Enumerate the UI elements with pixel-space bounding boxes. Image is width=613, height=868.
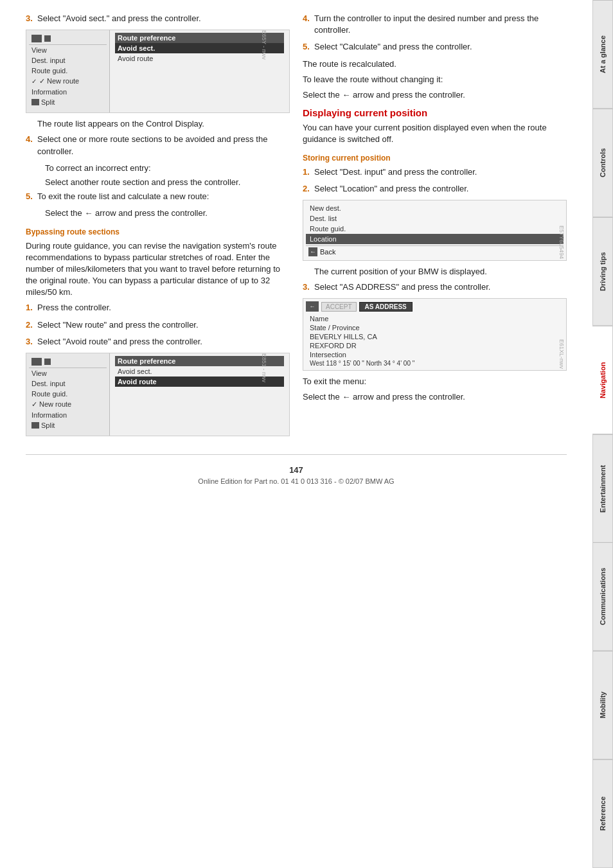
nav-menu-info: Information: [29, 87, 107, 97]
exit-note: To exit the menu:: [303, 376, 567, 387]
bypass-step-1-text: Press the controller.: [37, 302, 290, 314]
addr-coords-field: West 118 ° 15' 00 " North 34 ° 4' 00 ": [306, 359, 564, 368]
bypass-step-2-text: Select "New route" and press the control…: [37, 319, 290, 331]
step-5-number: 5.: [26, 191, 37, 202]
sidebar-tabs: At a glance Controls Driving tips Naviga…: [592, 0, 613, 868]
nav-right-avoidroute: Avoid route: [115, 53, 284, 64]
right-column: 4. Turn the controller to input the desi…: [303, 13, 567, 441]
watermark-1: E65Y - nwv: [261, 30, 267, 60]
nav-small-icon-2: [44, 359, 51, 365]
right-step-5-text: Select "Calculate" and press the control…: [314, 41, 567, 53]
caption-2: The current position of your BMW is disp…: [303, 266, 567, 278]
tab-mobility[interactable]: Mobility: [592, 651, 613, 759]
bypass-paragraph: During route guidance, you can revise th…: [26, 240, 290, 299]
nav2-right-avoidsect: Avoid sect.: [115, 366, 284, 376]
step-5-detail: Select the ← arrow and press the control…: [26, 208, 290, 219]
right-step-5-num: 5.: [303, 41, 314, 53]
addr-as-address-button[interactable]: AS ADDRESS: [359, 302, 413, 312]
watermark-4: E61XL-nwv: [558, 339, 565, 369]
right-step-4: 4. Turn the controller to input the desi…: [303, 13, 567, 36]
bypass-step-2-num: 2.: [26, 319, 37, 331]
nav-right-routepref: Route preference: [115, 33, 284, 43]
right-step-4-text: Turn the controller to input the desired…: [314, 13, 567, 36]
nav2-menu-info: Information: [29, 410, 107, 420]
tab-navigation[interactable]: Navigation: [592, 326, 613, 434]
storing-step-2: 2. Select "Location" and press the contr…: [303, 183, 567, 195]
tab-at-a-glance[interactable]: At a glance: [592, 0, 613, 109]
tab-entertainment[interactable]: Entertainment: [592, 434, 613, 543]
addr-state-field: State / Province: [306, 323, 564, 332]
addr-intersection-field: Intersection: [306, 350, 564, 359]
bypass-step-1-num: 1.: [26, 302, 37, 314]
step-3-number: 3.: [26, 13, 37, 24]
loc-item-location: Location: [306, 234, 564, 244]
bypass-step-3-text: Select "Avoid route" and press the contr…: [37, 336, 290, 348]
storing-step-1-text: Select "Dest. input" and press the contr…: [314, 166, 567, 178]
address-display: ← ACCEPT AS ADDRESS Name State / Provinc…: [303, 298, 567, 371]
nav-small-icon-1: [44, 35, 51, 42]
nav-icon-1: [31, 35, 42, 42]
tab-communications[interactable]: Communications: [592, 542, 613, 651]
watermark-2: E851 - nwv: [261, 353, 267, 382]
right-step-4-num: 4.: [303, 13, 314, 36]
nav-menu-view: View: [29, 45, 107, 55]
storing-step-1-num: 1.: [303, 166, 314, 178]
nav2-menu-dest: Dest. input: [29, 378, 107, 389]
leave-detail: Select the ← arrow and press the control…: [303, 89, 567, 101]
to-correct-label: To correct an incorrect entry:: [26, 163, 290, 174]
addr-accept-button[interactable]: ACCEPT: [321, 302, 357, 312]
nav-menu-split: Split: [29, 97, 107, 107]
nav-menu-route-guid: Route guid.: [29, 66, 107, 76]
tab-reference[interactable]: Reference: [592, 759, 613, 868]
storing-title: Storing current position: [303, 154, 567, 163]
nav2-menu-split: Split: [29, 420, 107, 430]
nav-right-avoidsect: Avoid sect.: [115, 43, 284, 53]
right-step-3-text: Select "AS ADDRESS" and press the contro…: [314, 281, 567, 293]
recalc-note: The route is recalculated.: [303, 58, 567, 70]
step-5-text: To exit the route list and calculate a n…: [37, 191, 290, 202]
step-4-row: 4. Select one or more route sections to …: [26, 134, 290, 157]
section-title-displaying: Displaying current position: [303, 107, 567, 118]
step-4-text: Select one or more route sections to be …: [37, 134, 290, 157]
tab-driving-tips[interactable]: Driving tips: [592, 217, 613, 326]
right-step-3: 3. Select "AS ADDRESS" and press the con…: [303, 281, 567, 293]
loc-item-newdest: New dest.: [306, 203, 564, 213]
nav2-right-avoidroute: Avoid route: [115, 376, 284, 387]
nav-icon-2: [31, 358, 42, 366]
bypass-step-3-num: 3.: [26, 336, 37, 348]
loc-item-routeguid: Route guid.: [306, 224, 564, 234]
page-footer: 147 Online Edition for Part no. 01 41 0 …: [26, 454, 567, 490]
leave-note: To leave the route without changing it:: [303, 74, 567, 85]
nav2-menu-route-guid: Route guid.: [29, 389, 107, 399]
loc-back-label: Back: [320, 248, 335, 256]
exit-detail: Select the ← arrow and press the control…: [303, 391, 567, 403]
nav2-menu-newroute: ✓ New route: [29, 399, 107, 410]
step-4-number: 4.: [26, 134, 37, 157]
step-3-row: 3. Select "Avoid sect." and press the co…: [26, 13, 290, 24]
back-arrow-icon: ←: [308, 247, 317, 256]
loc-back-row: ← Back: [306, 245, 564, 258]
bypass-step-3: 3. Select "Avoid route" and press the co…: [26, 336, 290, 348]
bypass-section-title: Bypassing route sections: [26, 227, 290, 236]
right-step-5: 5. Select "Calculate" and press the cont…: [303, 41, 567, 53]
addr-city-field: BEVERLY HILLS, CA: [306, 332, 564, 341]
nav-display-2: View Dest. input Route guid. ✓ New route…: [26, 353, 290, 436]
nav2-right-routepref: Route preference: [115, 356, 284, 366]
location-display: New dest. Dest. list Route guid. Locatio…: [303, 200, 567, 261]
storing-step-2-text: Select "Location" and press the controll…: [314, 183, 567, 195]
caption-1: The route list appears on the Control Di…: [26, 118, 290, 130]
page-number: 147: [26, 465, 567, 475]
bypass-step-1: 1. Press the controller.: [26, 302, 290, 314]
bypass-step-2: 2. Select "New route" and press the cont…: [26, 319, 290, 331]
storing-step-1: 1. Select "Dest. input" and press the co…: [303, 166, 567, 178]
nav2-menu-view: View: [29, 368, 107, 378]
step-5-row: 5. To exit the route list and calculate …: [26, 191, 290, 202]
right-step-3-num: 3.: [303, 281, 314, 293]
tab-controls[interactable]: Controls: [592, 109, 613, 217]
intro-para: You can have your current position displ…: [303, 122, 567, 145]
addr-name-field: Name: [306, 314, 564, 323]
nav-display-1: View Dest. input Route guid. ✓ New route…: [26, 30, 290, 113]
correct-detail: Select another route section and press t…: [26, 177, 290, 188]
addr-street-field: REXFORD DR: [306, 341, 564, 350]
loc-item-destlist: Dest. list: [306, 213, 564, 224]
